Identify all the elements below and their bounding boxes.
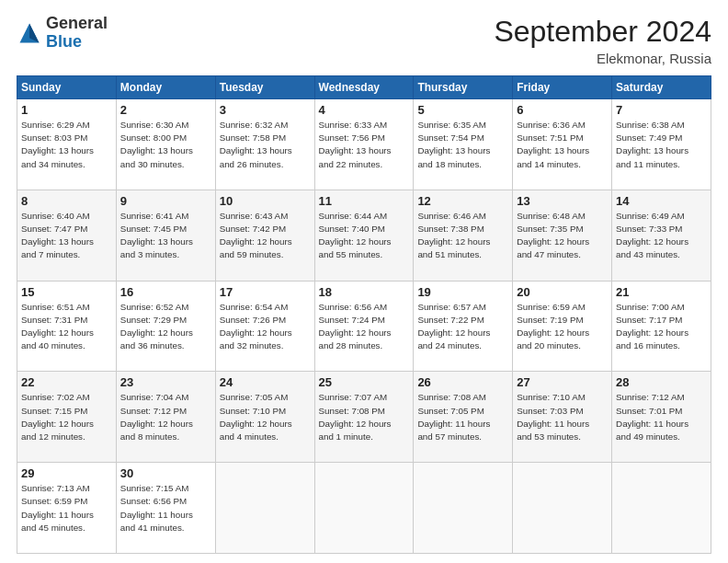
calendar-cell [513,463,612,554]
calendar-cell: 5Sunrise: 6:35 AM Sunset: 7:54 PM Daylig… [414,99,513,190]
calendar-cell: 3Sunrise: 6:32 AM Sunset: 7:58 PM Daylig… [215,99,314,190]
day-number: 26 [417,375,508,389]
day-number: 21 [616,285,707,299]
day-number: 10 [220,194,311,208]
day-number: 13 [517,194,608,208]
day-info: Sunrise: 6:35 AM Sunset: 7:54 PM Dayligh… [417,119,508,171]
calendar-cell: 2Sunrise: 6:30 AM Sunset: 8:00 PM Daylig… [116,99,215,190]
calendar-cell: 21Sunrise: 7:00 AM Sunset: 7:17 PM Dayli… [612,281,711,372]
calendar-cell: 22Sunrise: 7:02 AM Sunset: 7:15 PM Dayli… [17,372,117,463]
day-info: Sunrise: 7:08 AM Sunset: 7:05 PM Dayligh… [417,391,508,443]
calendar-cell: 15Sunrise: 6:51 AM Sunset: 7:31 PM Dayli… [17,281,117,372]
day-number: 17 [220,285,311,299]
calendar-cell: 12Sunrise: 6:46 AM Sunset: 7:38 PM Dayli… [414,190,513,281]
logo: General Blue [17,15,108,52]
day-info: Sunrise: 6:36 AM Sunset: 7:51 PM Dayligh… [517,119,608,171]
calendar-cell: 18Sunrise: 6:56 AM Sunset: 7:24 PM Dayli… [314,281,414,372]
calendar-cell: 9Sunrise: 6:41 AM Sunset: 7:45 PM Daylig… [116,190,215,281]
calendar-cell [414,463,513,554]
calendar-cell [215,463,314,554]
calendar-table: Sunday Monday Tuesday Wednesday Thursday… [17,75,711,554]
logo-text: General Blue [46,15,108,52]
day-info: Sunrise: 6:33 AM Sunset: 7:56 PM Dayligh… [319,119,410,171]
calendar-cell [612,463,711,554]
title-block: September 2024 Elekmonar, Russia [494,15,711,66]
day-number: 18 [319,285,410,299]
day-info: Sunrise: 7:05 AM Sunset: 7:10 PM Dayligh… [220,391,311,443]
day-info: Sunrise: 7:00 AM Sunset: 7:17 PM Dayligh… [616,301,707,353]
week-row-5: 29Sunrise: 7:13 AM Sunset: 6:59 PM Dayli… [17,463,711,554]
col-sunday: Sunday [17,76,117,99]
calendar-cell: 23Sunrise: 7:04 AM Sunset: 7:12 PM Dayli… [116,372,215,463]
day-info: Sunrise: 6:51 AM Sunset: 7:31 PM Dayligh… [21,301,112,353]
calendar-cell: 16Sunrise: 6:52 AM Sunset: 7:29 PM Dayli… [116,281,215,372]
day-number: 2 [120,103,211,117]
day-info: Sunrise: 6:46 AM Sunset: 7:38 PM Dayligh… [417,210,508,262]
calendar-cell: 4Sunrise: 6:33 AM Sunset: 7:56 PM Daylig… [314,99,414,190]
calendar-cell: 24Sunrise: 7:05 AM Sunset: 7:10 PM Dayli… [215,372,314,463]
day-info: Sunrise: 7:07 AM Sunset: 7:08 PM Dayligh… [319,391,410,443]
logo-icon [17,20,42,46]
day-info: Sunrise: 6:54 AM Sunset: 7:26 PM Dayligh… [220,301,311,353]
day-number: 15 [21,285,112,299]
col-thursday: Thursday [414,76,513,99]
day-number: 11 [319,194,410,208]
calendar-cell: 26Sunrise: 7:08 AM Sunset: 7:05 PM Dayli… [414,372,513,463]
calendar-cell: 29Sunrise: 7:13 AM Sunset: 6:59 PM Dayli… [17,463,117,554]
day-info: Sunrise: 7:12 AM Sunset: 7:01 PM Dayligh… [616,391,707,443]
week-row-2: 8Sunrise: 6:40 AM Sunset: 7:47 PM Daylig… [17,190,711,281]
day-number: 12 [417,194,508,208]
day-info: Sunrise: 6:52 AM Sunset: 7:29 PM Dayligh… [120,301,211,353]
day-number: 1 [21,103,112,117]
day-info: Sunrise: 6:43 AM Sunset: 7:42 PM Dayligh… [220,210,311,262]
day-info: Sunrise: 6:44 AM Sunset: 7:40 PM Dayligh… [319,210,410,262]
day-info: Sunrise: 6:59 AM Sunset: 7:19 PM Dayligh… [517,301,608,353]
week-row-4: 22Sunrise: 7:02 AM Sunset: 7:15 PM Dayli… [17,372,711,463]
day-info: Sunrise: 7:13 AM Sunset: 6:59 PM Dayligh… [21,482,112,534]
calendar-cell: 6Sunrise: 6:36 AM Sunset: 7:51 PM Daylig… [513,99,612,190]
day-info: Sunrise: 6:30 AM Sunset: 8:00 PM Dayligh… [120,119,211,171]
day-info: Sunrise: 6:57 AM Sunset: 7:22 PM Dayligh… [417,301,508,353]
logo-blue-text: Blue [46,32,82,51]
col-friday: Friday [513,76,612,99]
day-number: 8 [21,194,112,208]
day-number: 27 [517,375,608,389]
day-number: 22 [21,375,112,389]
day-info: Sunrise: 6:49 AM Sunset: 7:33 PM Dayligh… [616,210,707,262]
day-info: Sunrise: 6:56 AM Sunset: 7:24 PM Dayligh… [319,301,410,353]
calendar-cell: 1Sunrise: 6:29 AM Sunset: 8:03 PM Daylig… [17,99,117,190]
calendar-cell: 27Sunrise: 7:10 AM Sunset: 7:03 PM Dayli… [513,372,612,463]
day-number: 28 [616,375,707,389]
calendar-header-row: Sunday Monday Tuesday Wednesday Thursday… [17,76,711,99]
calendar-cell: 28Sunrise: 7:12 AM Sunset: 7:01 PM Dayli… [612,372,711,463]
day-info: Sunrise: 7:04 AM Sunset: 7:12 PM Dayligh… [120,391,211,443]
day-number: 6 [517,103,608,117]
calendar-cell: 30Sunrise: 7:15 AM Sunset: 6:56 PM Dayli… [116,463,215,554]
day-number: 7 [616,103,707,117]
day-info: Sunrise: 6:40 AM Sunset: 7:47 PM Dayligh… [21,210,112,262]
day-info: Sunrise: 7:10 AM Sunset: 7:03 PM Dayligh… [517,391,608,443]
day-number: 14 [616,194,707,208]
week-row-3: 15Sunrise: 6:51 AM Sunset: 7:31 PM Dayli… [17,281,711,372]
calendar-cell: 7Sunrise: 6:38 AM Sunset: 7:49 PM Daylig… [612,99,711,190]
col-monday: Monday [116,76,215,99]
location: Elekmonar, Russia [494,51,711,66]
day-number: 24 [220,375,311,389]
calendar-cell: 20Sunrise: 6:59 AM Sunset: 7:19 PM Dayli… [513,281,612,372]
calendar-cell: 11Sunrise: 6:44 AM Sunset: 7:40 PM Dayli… [314,190,414,281]
day-number: 19 [417,285,508,299]
day-info: Sunrise: 6:29 AM Sunset: 8:03 PM Dayligh… [21,119,112,171]
day-number: 9 [120,194,211,208]
week-row-1: 1Sunrise: 6:29 AM Sunset: 8:03 PM Daylig… [17,99,711,190]
day-number: 25 [319,375,410,389]
header: General Blue September 2024 Elekmonar, R… [17,15,711,66]
page: General Blue September 2024 Elekmonar, R… [0,0,728,563]
day-number: 4 [319,103,410,117]
day-number: 23 [120,375,211,389]
day-number: 5 [417,103,508,117]
calendar-cell: 8Sunrise: 6:40 AM Sunset: 7:47 PM Daylig… [17,190,117,281]
calendar-cell: 14Sunrise: 6:49 AM Sunset: 7:33 PM Dayli… [612,190,711,281]
day-info: Sunrise: 6:38 AM Sunset: 7:49 PM Dayligh… [616,119,707,171]
day-info: Sunrise: 6:32 AM Sunset: 7:58 PM Dayligh… [220,119,311,171]
month-year: September 2024 [494,15,711,49]
